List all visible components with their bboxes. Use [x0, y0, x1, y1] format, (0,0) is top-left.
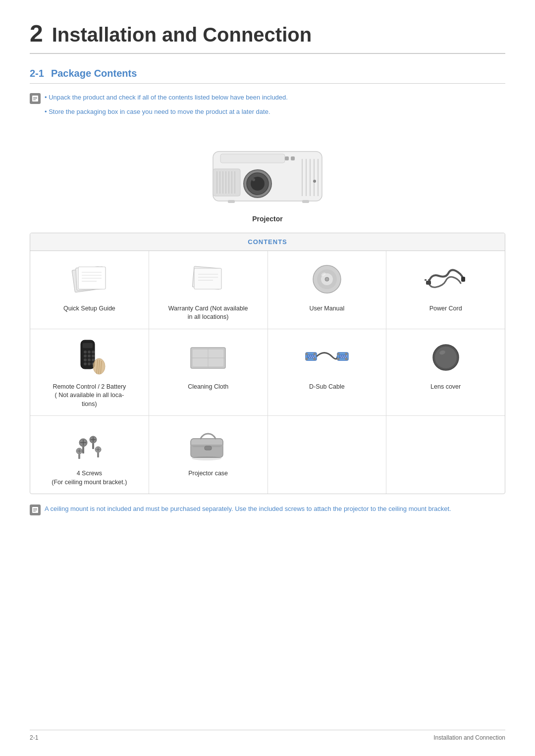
cell-lens-cover: Lens cover — [386, 329, 505, 416]
dsub-cable-image — [302, 338, 352, 378]
cell-screws: 4 Screws(For ceiling mount bracket.) — [30, 416, 149, 494]
chapter-header: 2 Installation and Connection — [30, 20, 505, 54]
svg-rect-107 — [92, 443, 94, 449]
svg-point-75 — [312, 355, 313, 356]
svg-point-9 — [252, 178, 255, 181]
svg-rect-123 — [33, 510, 37, 510]
quick-setup-guide-image — [64, 260, 114, 300]
projector-image — [193, 132, 342, 211]
cell-cleaning-cloth: Cleaning Cloth — [149, 329, 268, 416]
svg-rect-46 — [425, 279, 427, 281]
svg-rect-3 — [33, 100, 36, 100]
svg-rect-111 — [78, 454, 80, 459]
cell-warranty-card: Warranty Card (Not availablein all locat… — [149, 251, 268, 329]
cell-user-manual: User Manual — [268, 251, 387, 329]
svg-point-54 — [84, 354, 87, 357]
svg-rect-50 — [83, 343, 93, 348]
cleaning-cloth-image — [183, 338, 233, 378]
svg-rect-36 — [194, 268, 221, 289]
svg-point-78 — [311, 357, 312, 358]
svg-rect-119 — [205, 446, 212, 450]
svg-point-43 — [325, 277, 329, 281]
svg-point-91 — [343, 357, 344, 358]
footer-page-number: 2-1 — [30, 734, 38, 741]
svg-rect-115 — [97, 453, 99, 457]
svg-point-95 — [345, 353, 347, 355]
note-icon-bottom — [30, 504, 41, 515]
contents-header: CONTENTS — [30, 233, 505, 251]
svg-point-88 — [344, 355, 345, 356]
svg-point-52 — [88, 351, 91, 353]
note-text-2: • Store the packaging box in case you ne… — [45, 108, 270, 115]
svg-rect-5 — [220, 154, 285, 163]
section-number: 2-1 — [30, 68, 44, 79]
svg-point-51 — [84, 351, 87, 353]
svg-point-82 — [313, 353, 316, 355]
svg-rect-15 — [228, 200, 235, 203]
svg-point-87 — [342, 355, 343, 356]
projector-case-label: Projector case — [188, 469, 228, 478]
contents-row-1: Quick Setup Guide Warranty Card (Not ava… — [30, 251, 505, 329]
svg-point-53 — [92, 351, 95, 353]
cell-empty-2 — [386, 416, 505, 494]
svg-rect-26 — [291, 156, 295, 160]
note-text-1: • Unpack the product and check if all of… — [45, 93, 288, 102]
note-icon-1 — [30, 93, 41, 104]
power-cord-label: Power Cord — [429, 304, 462, 313]
svg-point-98 — [435, 347, 457, 368]
projector-label: Projector — [252, 215, 282, 223]
svg-point-55 — [88, 354, 91, 357]
projector-case-image — [183, 425, 233, 464]
svg-rect-25 — [285, 156, 289, 160]
projector-section: Projector — [30, 132, 505, 223]
svg-rect-124 — [33, 511, 36, 511]
lens-cover-label: Lens cover — [430, 383, 461, 392]
svg-point-61 — [88, 362, 91, 365]
svg-point-27 — [313, 180, 316, 183]
warranty-card-label: Warranty Card (Not availablein all locat… — [168, 304, 248, 322]
svg-point-120 — [192, 456, 221, 460]
lens-cover-image — [421, 338, 471, 378]
cell-empty-1 — [268, 416, 387, 494]
quick-setup-guide-label: Quick Setup Guide — [63, 304, 115, 313]
svg-point-96 — [345, 358, 347, 360]
section-title: Package Contents — [51, 68, 137, 79]
power-cord-image — [421, 260, 471, 300]
svg-rect-103 — [82, 447, 84, 454]
cell-quick-setup-guide: Quick Setup Guide — [30, 251, 149, 329]
svg-rect-45 — [426, 281, 431, 285]
user-manual-label: User Manual — [309, 304, 344, 313]
svg-point-76 — [314, 355, 315, 356]
bottom-note-block: A ceiling mount is not included and must… — [30, 504, 505, 515]
note-block-1: • Unpack the product and check if all of… — [30, 93, 505, 104]
svg-point-83 — [313, 358, 316, 360]
svg-point-56 — [92, 354, 95, 357]
svg-rect-16 — [302, 200, 309, 203]
chapter-number: 2 — [30, 20, 43, 47]
cleaning-cloth-label: Cleaning Cloth — [188, 383, 228, 392]
svg-point-80 — [305, 353, 308, 355]
cell-power-cord: Power Cord — [386, 251, 505, 329]
contents-row-2: Remote Control / 2 Battery( Not availabl… — [30, 329, 505, 416]
remote-control-label: Remote Control / 2 Battery( Not availabl… — [53, 383, 126, 409]
svg-rect-47 — [428, 279, 430, 281]
svg-point-74 — [310, 355, 311, 356]
svg-point-86 — [340, 355, 341, 356]
user-manual-image — [302, 260, 352, 300]
cell-dsub-cable: D-Sub Cable — [268, 329, 387, 416]
svg-point-81 — [305, 358, 308, 360]
svg-point-77 — [309, 357, 310, 358]
warranty-card-image — [183, 260, 233, 300]
svg-rect-122 — [33, 508, 37, 509]
remote-control-image — [64, 338, 114, 378]
svg-point-60 — [84, 362, 87, 365]
svg-point-59 — [92, 358, 95, 361]
svg-point-57 — [84, 358, 87, 361]
footer-chapter-name: Installation and Connection — [433, 734, 505, 741]
svg-point-58 — [88, 358, 91, 361]
screws-image — [64, 425, 114, 464]
contents-row-3: 4 Screws(For ceiling mount bracket.) — [30, 416, 505, 494]
svg-rect-1 — [33, 97, 37, 98]
svg-rect-2 — [33, 99, 37, 99]
svg-point-89 — [346, 355, 347, 356]
